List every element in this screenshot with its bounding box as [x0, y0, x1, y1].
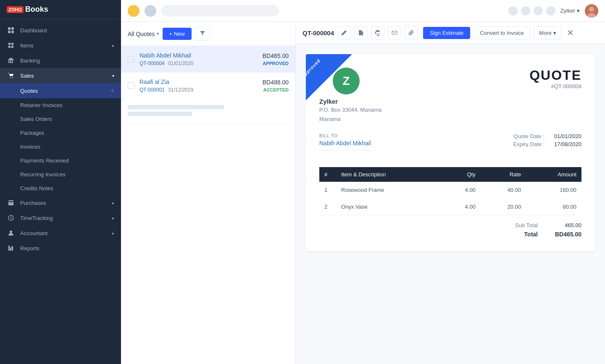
- user-dropdown-arrow: ▾: [577, 8, 580, 14]
- detail-panel: QT-000004 Sign Estimate Convert to Invo: [296, 22, 605, 364]
- help-icon[interactable]: [534, 6, 543, 16]
- content-area: All Quotes ▾ + New Nabih Abdel Mikhail Q…: [121, 22, 605, 364]
- sidebar-item-dashboard-label: Dashboard: [20, 27, 114, 34]
- sidebar-item-quotes-label: Quotes: [20, 88, 38, 94]
- total-value: BD465.00: [548, 231, 581, 238]
- sidebar-item-invoices-label: Invoices: [20, 144, 40, 150]
- top-bar-right: Zylker ▾: [508, 4, 598, 18]
- sidebar-item-invoices[interactable]: Invoices: [0, 140, 121, 154]
- sidebar-item-sales-orders[interactable]: Sales Orders: [0, 112, 121, 126]
- list-title-text: All Quotes: [128, 31, 155, 37]
- invoice-card: Approved Z Zylker P.O. Box 33044, Manama…: [306, 54, 595, 251]
- user-avatar[interactable]: [585, 4, 598, 18]
- status-dot-gray: [145, 5, 156, 17]
- expiry-date-row: Expiry Date : 17/08/2020: [513, 141, 581, 147]
- close-button[interactable]: ✕: [567, 28, 574, 38]
- quote-date-1: 01/01/2020: [168, 60, 193, 66]
- quote-info-2: Raafi al Zia QT-000001 31/12/2019: [139, 79, 263, 93]
- row-1-amount: 160.00: [526, 182, 581, 199]
- list-item: [121, 99, 295, 125]
- new-quote-button[interactable]: + New: [163, 28, 192, 40]
- print-button[interactable]: [371, 26, 384, 39]
- detail-toolbar: QT-000004 Sign Estimate Convert to Invo: [296, 22, 605, 44]
- table-row[interactable]: Nabih Abdel Mikhail QT-000004 01/01/2020…: [121, 46, 295, 73]
- col-header-rate: Rate: [481, 167, 526, 182]
- convert-to-invoice-button[interactable]: Convert to Invoice: [473, 26, 530, 39]
- row-1-qty: 4.00: [441, 182, 480, 199]
- user-info[interactable]: Zylker ▾: [560, 8, 580, 14]
- more-button[interactable]: More ▾: [534, 26, 562, 39]
- sidebar-item-reports[interactable]: Reports: [0, 241, 121, 256]
- row-1-num: 1: [319, 182, 336, 199]
- quote-amount-1: BD465.00: [263, 52, 289, 59]
- sidebar-item-dashboard[interactable]: Dashboard: [0, 23, 121, 38]
- quote-id-2: QT-000001: [139, 87, 165, 93]
- sidebar-item-timetracking[interactable]: TimeTracking ▸: [0, 210, 121, 225]
- list-title: All Quotes ▾: [128, 31, 159, 37]
- sidebar-item-items-label: Items: [20, 42, 112, 49]
- row-2-amount: 80.00: [526, 199, 581, 215]
- svg-point-7: [589, 7, 594, 12]
- sidebar-item-packages[interactable]: Packages: [0, 126, 121, 140]
- sidebar-item-banking[interactable]: Banking: [0, 53, 121, 68]
- table-row: 1 Rosewood Frame 4.00 40.00 160.00: [319, 182, 581, 199]
- notification-icon[interactable]: [508, 6, 518, 16]
- sidebar-item-purchases-label: Purchases: [20, 200, 112, 206]
- reports-icon: [7, 245, 15, 251]
- sidebar-item-timetracking-label: TimeTracking: [20, 215, 112, 221]
- sidebar-item-accountant-label: Accountant: [20, 230, 112, 236]
- sidebar-item-sales[interactable]: Sales ▾: [0, 68, 121, 83]
- table-row[interactable]: Raafi al Zia QT-000001 31/12/2019 BD488.…: [121, 73, 295, 99]
- apps-icon[interactable]: [546, 6, 555, 16]
- banking-icon: [7, 57, 15, 64]
- quote-date-value: 01/01/2020: [548, 133, 581, 139]
- sidebar-item-accountant[interactable]: Accountant ▸: [0, 225, 121, 241]
- list-title-dropdown-arrow[interactable]: ▾: [157, 31, 159, 37]
- quote-list: Nabih Abdel Mikhail QT-000004 01/01/2020…: [121, 46, 295, 364]
- filter-button[interactable]: [195, 27, 210, 41]
- sidebar-item-payments-received[interactable]: Payments Received: [0, 154, 121, 168]
- svg-rect-0: [8, 27, 11, 30]
- expiry-date-value: 17/08/2020: [548, 141, 581, 147]
- sidebar-item-items[interactable]: Items ▸: [0, 38, 121, 53]
- quote-checkbox-2[interactable]: [128, 82, 134, 89]
- accountant-arrow-icon: ▸: [112, 231, 114, 236]
- sales-arrow-icon: ▾: [112, 73, 114, 78]
- quote-meta-2: QT-000001 31/12/2019: [139, 87, 263, 93]
- quote-id-1: QT-000004: [139, 60, 165, 66]
- search-input[interactable]: [161, 5, 279, 16]
- quote-detail-id: QT-000004: [302, 29, 334, 37]
- quote-status-2: ACCEPTED: [263, 87, 289, 92]
- quote-checkbox-1[interactable]: [128, 56, 134, 63]
- sidebar-item-recurring-invoices[interactable]: Recurring Invoices: [0, 168, 121, 181]
- quote-meta-1: QT-000004 01/01/2020: [139, 60, 263, 66]
- sidebar-item-quotes[interactable]: Quotes +: [0, 83, 121, 98]
- company-info: Zylker P.O. Box 33044, Manama Manama: [319, 98, 381, 123]
- sidebar-item-retainer-invoices[interactable]: Retainer Invoices: [0, 98, 121, 112]
- sidebar-item-credit-notes[interactable]: Credits Notes: [0, 181, 121, 195]
- more-arrow-icon: ▾: [553, 30, 556, 36]
- list-panel: All Quotes ▾ + New Nabih Abdel Mikhail Q…: [121, 22, 296, 364]
- sidebar-item-credits-label: Credits Notes: [20, 185, 53, 191]
- quote-name-1: Nabih Abdel Mikhail: [139, 52, 263, 59]
- settings-icon[interactable]: [521, 6, 530, 16]
- invoice-header: Z Zylker P.O. Box 33044, Manama Manama Q…: [319, 68, 581, 123]
- sidebar: ZOHO Books Dashboard Items ▸ Banking: [0, 0, 121, 364]
- sidebar-item-retainer-label: Retainer Invoices: [20, 102, 62, 108]
- company-logo: Z: [333, 68, 360, 94]
- quotes-plus-icon[interactable]: +: [110, 87, 114, 94]
- books-label: Books: [25, 5, 48, 14]
- sidebar-item-purchases[interactable]: Purchases ▸: [0, 195, 121, 210]
- attach-button[interactable]: [405, 26, 418, 39]
- zoho-label: ZOHO: [7, 6, 24, 13]
- email-button[interactable]: [388, 26, 401, 39]
- edit-button[interactable]: [337, 26, 351, 39]
- total-row: Total BD465.00: [496, 231, 581, 238]
- pdf-button[interactable]: [354, 26, 368, 39]
- table-header: # Item & Description Qty Rate Amount: [319, 167, 581, 182]
- list-header: All Quotes ▾ + New: [121, 22, 295, 46]
- sign-estimate-button[interactable]: Sign Estimate: [423, 27, 470, 39]
- row-1-item: Rosewood Frame: [336, 182, 441, 199]
- purchases-icon: [7, 199, 15, 206]
- svg-rect-2: [8, 31, 11, 33]
